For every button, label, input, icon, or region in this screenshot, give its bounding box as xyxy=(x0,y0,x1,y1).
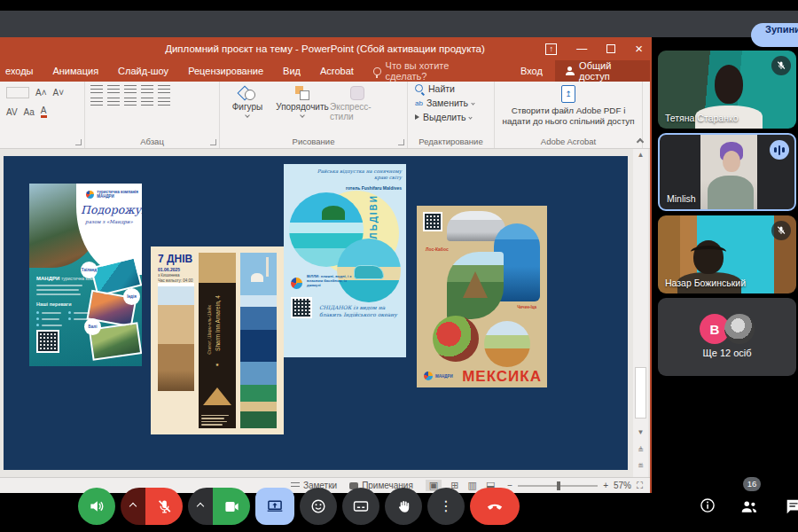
tab-acrobat[interactable]: Acrobat xyxy=(320,66,354,76)
tab-review[interactable]: Рецензирование xyxy=(188,66,263,76)
change-case-icon[interactable]: Aa xyxy=(24,107,35,117)
shapes-button[interactable]: Фигуры xyxy=(220,82,275,121)
mic-off-icon xyxy=(156,498,173,515)
camera-button[interactable] xyxy=(213,488,250,525)
select-button[interactable]: Выделить xyxy=(408,110,494,124)
ribbon-group-font: A˄ A˅ AV Aa A xyxy=(0,82,85,148)
mic-control xyxy=(121,488,183,525)
next-slide-icon[interactable]: ≝ xyxy=(633,462,648,470)
people-button[interactable] xyxy=(739,497,759,520)
mic-options-button[interactable] xyxy=(121,488,145,525)
present-screen-button[interactable] xyxy=(255,488,294,525)
breakfast-script: СНІДАНОК із видом на блакить Індійського… xyxy=(319,304,401,318)
brochure-travel[interactable]: туристична компаніяМАНДРИ Подорожуй разо… xyxy=(29,184,142,366)
chat-button[interactable] xyxy=(784,497,798,520)
sign-in-button[interactable]: Вход xyxy=(508,66,555,76)
bullets-icon[interactable] xyxy=(90,85,103,94)
create-pdf-button[interactable]: ↥ Створити файл Adobe PDF і надати до нь… xyxy=(495,82,642,127)
line-spacing-icon[interactable] xyxy=(158,85,170,94)
tab-slideshow[interactable]: Слайд-шоу xyxy=(118,66,168,76)
audio-bars-icon xyxy=(774,145,785,155)
people-icon xyxy=(739,497,759,516)
character-spacing-icon[interactable]: AV xyxy=(6,107,18,117)
person-icon xyxy=(566,66,574,75)
decrease-indent-icon[interactable] xyxy=(124,85,137,94)
vertical-scrollbar[interactable]: ▲ ▼ ≜ ≝ xyxy=(633,149,648,477)
tab-transitions[interactable]: еходы xyxy=(5,66,33,76)
font-size-box[interactable] xyxy=(6,87,29,98)
numbering-icon[interactable] xyxy=(107,85,120,94)
reactions-button[interactable] xyxy=(300,488,337,525)
hotel-location: Єгипет, Шарм-ель-Шейх xyxy=(207,305,212,355)
ribbon: A˄ A˅ AV Aa A xyxy=(0,82,650,149)
dialog-launcher-icon[interactable] xyxy=(210,139,216,145)
smiley-icon xyxy=(309,497,327,515)
ribbon-group-paragraph: Абзац xyxy=(85,82,220,148)
powerpoint-title-bar: Дипломний проєкт на тему - PowerPoint (С… xyxy=(0,37,650,60)
dialog-launcher-icon[interactable] xyxy=(75,139,82,145)
increase-indent-icon[interactable] xyxy=(141,85,153,94)
justify-icon[interactable] xyxy=(141,98,153,106)
camera-control xyxy=(188,488,250,525)
align-right-icon[interactable] xyxy=(124,98,137,106)
zoom-level[interactable]: 57% xyxy=(614,481,631,490)
participant-tile[interactable]: Тетяна Старанко xyxy=(658,51,796,129)
cursor-icon xyxy=(415,114,419,120)
slide[interactable]: туристична компаніяМАНДРИ Подорожуй разо… xyxy=(4,156,628,470)
photo-mosque xyxy=(240,253,277,330)
more-participants-label: Ще 12 осіб xyxy=(658,348,796,358)
search-icon xyxy=(415,84,425,94)
align-left-icon[interactable] xyxy=(90,98,103,106)
align-center-icon[interactable] xyxy=(107,98,120,106)
stop-presenting-button[interactable]: Зупинити презентацію xyxy=(751,23,798,47)
mic-mute-button[interactable] xyxy=(145,488,183,525)
qr-code xyxy=(423,212,442,231)
ribbon-tab-row: еходы Анимация Слайд-шоу Рецензирование … xyxy=(0,60,650,82)
brochure-maldives[interactable]: Райська відпустка на сонячному краю світ… xyxy=(284,164,406,357)
captions-button[interactable] xyxy=(342,488,379,525)
tab-animations[interactable]: Анимация xyxy=(52,66,98,76)
dialog-launcher-icon[interactable] xyxy=(398,139,404,145)
tab-view[interactable]: Вид xyxy=(283,66,301,76)
close-button[interactable]: × xyxy=(635,43,643,54)
quick-styles-button[interactable]: Экспресс-стили xyxy=(330,82,385,121)
zoom-slider[interactable] xyxy=(518,485,598,487)
brochure-mexico[interactable]: Лос-Кабос Чичен-Іца МАНДРИ МЕКСИКА xyxy=(417,206,547,387)
previous-slide-icon[interactable]: ≜ xyxy=(633,446,648,454)
speaker-button[interactable] xyxy=(78,488,115,525)
brochure-egypt[interactable]: 7 ДНІВ 01.06.2025 з Кишинева Час вильоту… xyxy=(151,246,284,434)
camera-options-button[interactable] xyxy=(188,488,213,525)
pyramid-graphic xyxy=(203,387,231,405)
participant-tile[interactable]: Назар Божинський xyxy=(658,215,796,293)
share-button[interactable]: Общий доступ xyxy=(555,60,650,82)
arrange-button[interactable]: Упорядочить xyxy=(275,82,330,121)
meeting-info-button[interactable] xyxy=(699,497,716,518)
fit-to-window-button[interactable]: ⛶ xyxy=(637,481,643,491)
scroll-down-icon[interactable]: ▼ xyxy=(633,428,648,436)
more-participants-tile[interactable]: В Ще 12 осіб xyxy=(658,298,796,376)
zoom-slider-thumb[interactable] xyxy=(557,481,560,490)
raise-hand-button[interactable] xyxy=(385,488,422,525)
powerpoint-window: Дипломний проєкт на тему - PowerPoint (С… xyxy=(0,37,652,493)
scrollbar-thumb[interactable] xyxy=(635,367,646,419)
tell-me-box[interactable]: Что вы хотите сделать? xyxy=(373,60,489,82)
replace-button[interactable]: ab Заменить xyxy=(408,96,494,110)
more-options-button[interactable]: ⋮ xyxy=(427,488,465,525)
zoom-in-button[interactable]: + xyxy=(603,481,608,490)
info-icon xyxy=(699,497,716,514)
grow-font-icon[interactable]: A˄ xyxy=(35,88,47,98)
font-color-icon[interactable]: A xyxy=(41,106,47,118)
shrink-font-icon[interactable]: A˅ xyxy=(53,88,65,98)
ribbon-options-icon[interactable]: ↑ xyxy=(545,43,557,55)
maximize-button[interactable] xyxy=(606,44,615,53)
scroll-up-icon[interactable]: ▲ xyxy=(633,151,648,159)
chat-icon xyxy=(784,497,798,516)
photo-pyramid xyxy=(447,252,504,319)
end-call-button[interactable] xyxy=(470,488,520,525)
find-button[interactable]: Найти xyxy=(408,82,494,96)
chevron-down-icon xyxy=(300,113,305,118)
participant-tile-active[interactable]: Minlish xyxy=(658,133,796,211)
minimize-button[interactable]: — xyxy=(576,43,587,54)
columns-icon[interactable] xyxy=(158,98,170,106)
person-silhouette xyxy=(715,65,743,104)
